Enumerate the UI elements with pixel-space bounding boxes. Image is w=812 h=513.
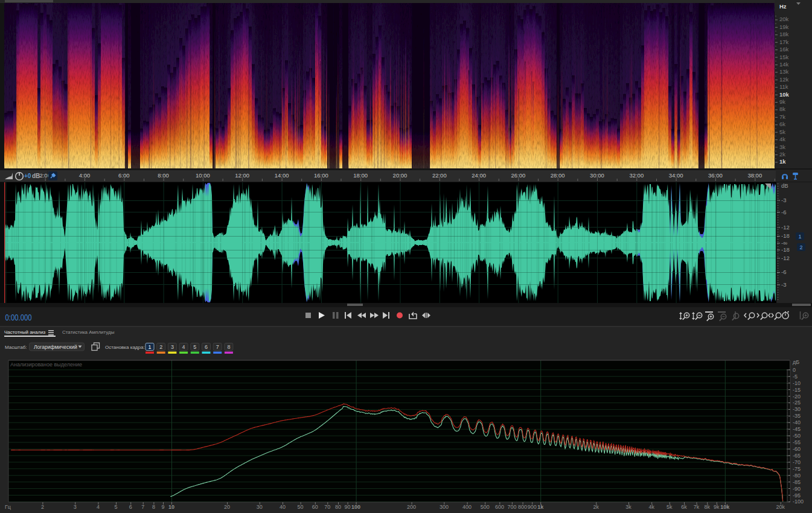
svg-text:13k: 13k bbox=[779, 68, 789, 75]
svg-text:9: 9 bbox=[161, 504, 164, 510]
svg-text:9k: 9k bbox=[779, 98, 785, 105]
svg-text:-3: -3 bbox=[781, 197, 786, 203]
svg-text:6k: 6k bbox=[681, 504, 687, 510]
svg-text:0: 0 bbox=[793, 367, 796, 373]
svg-text:3: 3 bbox=[171, 344, 174, 350]
svg-text:3k: 3k bbox=[625, 504, 631, 510]
svg-text:80: 80 bbox=[335, 504, 341, 510]
svg-text:5: 5 bbox=[193, 344, 196, 350]
svg-text:300: 300 bbox=[440, 504, 449, 510]
svg-text:-3: -3 bbox=[781, 281, 786, 288]
svg-text:4: 4 bbox=[182, 344, 185, 350]
svg-text:1k: 1k bbox=[779, 158, 786, 165]
svg-text:-35: -35 bbox=[793, 413, 801, 419]
svg-text:5: 5 bbox=[114, 504, 117, 510]
svg-text:6: 6 bbox=[129, 504, 132, 510]
svg-text:32:00: 32:00 bbox=[629, 172, 644, 179]
svg-text:-12: -12 bbox=[781, 224, 790, 231]
svg-text:дБ: дБ bbox=[793, 359, 799, 365]
svg-text:20k: 20k bbox=[779, 16, 789, 22]
svg-text:7k: 7k bbox=[779, 113, 785, 120]
svg-text:90: 90 bbox=[345, 504, 351, 510]
svg-text:36:00: 36:00 bbox=[708, 172, 723, 179]
svg-text:700: 700 bbox=[507, 504, 516, 510]
svg-text:-40: -40 bbox=[793, 419, 801, 425]
svg-text:-70: -70 bbox=[793, 459, 801, 465]
svg-text:-100: -100 bbox=[793, 499, 804, 505]
svg-text:3k: 3k bbox=[779, 144, 785, 150]
svg-text:500: 500 bbox=[481, 504, 490, 510]
svg-text:1k: 1k bbox=[537, 504, 544, 510]
svg-text:20k: 20k bbox=[776, 504, 785, 510]
svg-text:28:00: 28:00 bbox=[551, 172, 565, 179]
svg-text:2k: 2k bbox=[779, 151, 785, 158]
svg-text:26:00: 26:00 bbox=[511, 172, 526, 179]
svg-text:18k: 18k bbox=[779, 31, 789, 37]
svg-text:Логарифмический: Логарифмический bbox=[34, 344, 77, 350]
svg-text:-65: -65 bbox=[793, 453, 801, 459]
svg-text:600: 600 bbox=[495, 504, 504, 510]
svg-text:50: 50 bbox=[298, 504, 304, 510]
svg-text:2: 2 bbox=[41, 504, 44, 510]
svg-text:16:00: 16:00 bbox=[314, 172, 328, 179]
svg-text:10k: 10k bbox=[779, 91, 790, 98]
svg-text:38:00: 38:00 bbox=[747, 172, 762, 179]
svg-text:10:00: 10:00 bbox=[196, 172, 210, 179]
svg-text:-10: -10 bbox=[793, 380, 801, 386]
svg-text:2: 2 bbox=[799, 244, 802, 250]
svg-text:-85: -85 bbox=[793, 479, 801, 485]
svg-text:900: 900 bbox=[528, 504, 537, 510]
svg-text:-80: -80 bbox=[793, 473, 801, 479]
svg-text:7: 7 bbox=[141, 504, 144, 510]
svg-text:400: 400 bbox=[462, 504, 472, 510]
svg-text:1: 1 bbox=[148, 344, 151, 350]
svg-text:4: 4 bbox=[97, 504, 100, 510]
svg-text:-25: -25 bbox=[793, 400, 801, 406]
svg-text:60: 60 bbox=[312, 504, 318, 510]
svg-text:15k: 15k bbox=[779, 54, 789, 60]
svg-text:7k: 7k bbox=[694, 504, 700, 510]
svg-text:12:00: 12:00 bbox=[235, 172, 249, 179]
svg-text:4k: 4k bbox=[648, 504, 654, 510]
svg-text:Гц: Гц bbox=[5, 504, 11, 510]
svg-text:Анализированое выделение: Анализированое выделение bbox=[10, 362, 82, 368]
svg-text:6: 6 bbox=[205, 344, 208, 350]
svg-text:20:00: 20:00 bbox=[393, 172, 408, 179]
svg-text:2k: 2k bbox=[593, 504, 599, 510]
svg-text:8: 8 bbox=[227, 344, 230, 350]
svg-text:5k: 5k bbox=[667, 504, 673, 510]
svg-text:800: 800 bbox=[518, 504, 527, 510]
svg-text:-95: -95 bbox=[793, 492, 801, 499]
svg-text:12k: 12k bbox=[779, 76, 789, 83]
svg-text:-12: -12 bbox=[781, 255, 790, 261]
svg-text:22:00: 22:00 bbox=[432, 172, 447, 179]
svg-text:0:00.000: 0:00.000 bbox=[5, 313, 32, 322]
svg-text:-90: -90 bbox=[793, 486, 801, 492]
svg-text:18:00: 18:00 bbox=[353, 172, 368, 179]
svg-text:-∞: -∞ bbox=[781, 240, 787, 246]
svg-text:19k: 19k bbox=[779, 24, 789, 30]
svg-text:10: 10 bbox=[168, 504, 174, 510]
svg-text:Масштаб:: Масштаб: bbox=[5, 345, 27, 350]
svg-text:4k: 4k bbox=[779, 136, 785, 142]
svg-text:9k: 9k bbox=[714, 504, 720, 510]
svg-text:20: 20 bbox=[224, 504, 230, 510]
svg-text:-55: -55 bbox=[793, 439, 801, 445]
svg-text:24:00: 24:00 bbox=[472, 172, 486, 179]
svg-text:14k: 14k bbox=[779, 61, 789, 68]
svg-text:-75: -75 bbox=[793, 466, 801, 472]
svg-text:3: 3 bbox=[74, 504, 77, 510]
svg-text:8k: 8k bbox=[704, 504, 710, 510]
svg-text:-50: -50 bbox=[793, 433, 801, 439]
svg-text:-18: -18 bbox=[781, 246, 790, 253]
svg-text:-15: -15 bbox=[793, 387, 801, 393]
svg-text:dB: dB bbox=[781, 182, 788, 189]
svg-text:8k: 8k bbox=[779, 106, 785, 112]
svg-text:40: 40 bbox=[280, 504, 286, 510]
svg-text:4:00: 4:00 bbox=[79, 172, 91, 179]
svg-text:11k: 11k bbox=[779, 83, 788, 90]
svg-text:70: 70 bbox=[324, 504, 330, 510]
svg-text:-30: -30 bbox=[793, 406, 801, 412]
svg-text:7: 7 bbox=[216, 344, 219, 350]
svg-text:8: 8 bbox=[152, 504, 155, 510]
